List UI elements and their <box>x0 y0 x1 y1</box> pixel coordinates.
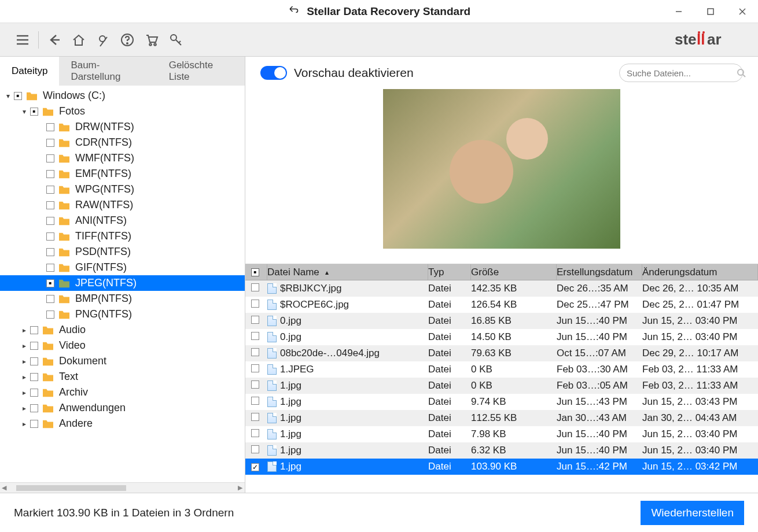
tree-item-ani-ntfs-[interactable]: ANI(NTFS) <box>0 213 245 228</box>
caret-icon[interactable]: ▸ <box>20 404 29 412</box>
checkbox[interactable] <box>46 170 54 178</box>
tab-0[interactable]: Dateityp <box>0 57 59 86</box>
col-created[interactable]: Erstellungsdatum <box>557 264 642 280</box>
row-checkbox[interactable] <box>251 397 259 405</box>
checkbox[interactable] <box>30 389 38 397</box>
horizontal-scrollbar[interactable]: ◀ ▶ <box>0 482 245 493</box>
checkbox[interactable] <box>46 201 54 209</box>
tree-item-anwendungen[interactable]: ▸Anwendungen <box>0 400 245 416</box>
file-row[interactable]: 0.jpgDatei16.85 KBJun 15…:40 PMJun 15, 2… <box>245 313 758 329</box>
search-box[interactable] <box>619 64 743 82</box>
tree-item-bmp-ntfs-[interactable]: BMP(NTFS) <box>0 291 245 306</box>
row-checkbox[interactable] <box>251 332 259 340</box>
checkbox[interactable] <box>46 264 54 272</box>
maximize-button[interactable] <box>694 0 726 23</box>
caret-icon[interactable]: ▸ <box>20 357 29 365</box>
row-checkbox[interactable] <box>251 463 259 471</box>
file-row[interactable]: 1.jpgDatei7.98 KBJun 15…:40 PMJun 15, 2…… <box>245 426 758 442</box>
minimize-button[interactable] <box>663 0 694 23</box>
file-row[interactable]: $RBIJKCY.jpgDatei142.35 KBDec 26…:35 AMD… <box>245 280 758 297</box>
checkbox[interactable] <box>14 92 22 100</box>
checkbox[interactable] <box>30 404 38 412</box>
tree-item-dokument[interactable]: ▸Dokument <box>0 353 245 369</box>
grid-header[interactable]: Datei Name▴ Typ Größe Erstellungsdatum Ä… <box>245 264 758 280</box>
tree-item-raw-ntfs-[interactable]: RAW(NTFS) <box>0 197 245 213</box>
row-checkbox[interactable] <box>251 316 259 324</box>
file-row[interactable]: 1.jpgDatei9.74 KBJun 15…:43 PMJun 15, 2…… <box>245 394 758 410</box>
caret-icon[interactable]: ▸ <box>20 373 29 381</box>
checkbox[interactable] <box>46 248 54 256</box>
tab-1[interactable]: Baum-Darstellung <box>59 57 157 86</box>
caret-icon[interactable]: ▸ <box>20 342 29 350</box>
tree-view[interactable]: ▾Windows (C:)▾FotosDRW(NTFS)CDR(NTFS)WMF… <box>0 86 245 482</box>
checkbox[interactable] <box>46 311 54 319</box>
tree-item-tiff-ntfs-[interactable]: TIFF(NTFS) <box>0 228 245 244</box>
caret-icon[interactable]: ▾ <box>3 92 13 100</box>
file-row[interactable]: 1.JPEGDatei0 KBFeb 03…:30 AMFeb 03, 2… 1… <box>245 361 758 378</box>
checkbox[interactable] <box>46 279 54 287</box>
checkbox[interactable] <box>46 217 54 225</box>
caret-icon[interactable]: ▾ <box>20 108 29 116</box>
menu-button[interactable] <box>10 28 35 52</box>
row-checkbox[interactable] <box>251 380 259 389</box>
file-row[interactable]: 1.jpgDatei0 KBFeb 03…:05 AMFeb 03, 2… 11… <box>245 378 758 394</box>
checkbox[interactable] <box>30 326 38 334</box>
key-button[interactable] <box>164 28 188 52</box>
row-checkbox[interactable] <box>251 413 259 421</box>
tree-item-audio[interactable]: ▸Audio <box>0 322 245 338</box>
col-type[interactable]: Typ <box>428 264 471 280</box>
tree-item-drw-ntfs-[interactable]: DRW(NTFS) <box>0 119 245 135</box>
search-input[interactable] <box>627 68 737 78</box>
tree-item-archiv[interactable]: ▸Archiv <box>0 385 245 400</box>
col-name[interactable]: Datei Name▴ <box>267 264 428 280</box>
preview-toggle[interactable] <box>260 66 287 80</box>
scan-button[interactable] <box>91 28 115 52</box>
tab-2[interactable]: Gelöschte Liste <box>157 57 245 86</box>
checkbox[interactable] <box>46 295 54 303</box>
home-button[interactable] <box>67 28 91 52</box>
checkbox[interactable] <box>30 420 38 428</box>
tree-item-video[interactable]: ▸Video <box>0 338 245 353</box>
checkbox[interactable] <box>30 108 38 116</box>
tree-item-psd-ntfs-[interactable]: PSD(NTFS) <box>0 244 245 260</box>
tree-item-windows-c-[interactable]: ▾Windows (C:) <box>0 88 245 104</box>
header-checkbox[interactable] <box>251 268 259 276</box>
close-button[interactable] <box>726 0 758 23</box>
tree-item-wpg-ntfs-[interactable]: WPG(NTFS) <box>0 182 245 197</box>
checkbox[interactable] <box>30 342 38 350</box>
col-size[interactable]: Größe <box>471 264 557 280</box>
tree-item-emf-ntfs-[interactable]: EMF(NTFS) <box>0 166 245 182</box>
row-checkbox[interactable] <box>251 283 259 291</box>
checkbox[interactable] <box>46 186 54 194</box>
caret-icon[interactable]: ▸ <box>20 420 29 428</box>
checkbox[interactable] <box>30 357 38 365</box>
tree-item-wmf-ntfs-[interactable]: WMF(NTFS) <box>0 150 245 166</box>
file-row[interactable]: 1.jpgDatei103.90 KBJun 15…:42 PMJun 15, … <box>245 459 758 475</box>
file-row[interactable]: 1.jpgDatei112.55 KBJan 30…:43 AMJan 30, … <box>245 410 758 426</box>
cart-button[interactable] <box>139 28 164 52</box>
row-checkbox[interactable] <box>251 429 259 437</box>
tree-item-fotos[interactable]: ▾Fotos <box>0 104 245 119</box>
file-row[interactable]: 08bc20de-…049e4.jpgDatei79.63 KBOct 15…:… <box>245 345 758 361</box>
tree-item-png-ntfs-[interactable]: PNG(NTFS) <box>0 306 245 322</box>
row-checkbox[interactable] <box>251 348 259 356</box>
back-button[interactable] <box>42 28 67 52</box>
file-row[interactable]: $ROCPE6C.jpgDatei126.54 KBDec 25…:47 PMD… <box>245 297 758 313</box>
file-grid[interactable]: Datei Name▴ Typ Größe Erstellungsdatum Ä… <box>245 264 758 493</box>
file-row[interactable]: 0.jpgDatei14.50 KBJun 15…:40 PMJun 15, 2… <box>245 329 758 345</box>
tree-item-jpeg-ntfs-[interactable]: JPEG(NTFS) <box>0 275 245 291</box>
tree-item-andere[interactable]: ▸Andere <box>0 416 245 431</box>
row-checkbox[interactable] <box>251 364 259 372</box>
tree-item-text[interactable]: ▸Text <box>0 369 245 385</box>
tree-item-gif-ntfs-[interactable]: GIF(NTFS) <box>0 260 245 275</box>
row-checkbox[interactable] <box>251 300 259 308</box>
col-modified[interactable]: Änderungsdatum <box>642 264 758 280</box>
checkbox[interactable] <box>46 123 54 131</box>
file-row[interactable]: 1.jpgDatei6.32 KBJun 15…:40 PMJun 15, 2…… <box>245 442 758 459</box>
checkbox[interactable] <box>46 232 54 241</box>
row-checkbox[interactable] <box>251 445 259 453</box>
help-button[interactable] <box>115 28 139 52</box>
tree-item-cdr-ntfs-[interactable]: CDR(NTFS) <box>0 135 245 150</box>
checkbox[interactable] <box>30 373 38 381</box>
checkbox[interactable] <box>46 139 54 147</box>
